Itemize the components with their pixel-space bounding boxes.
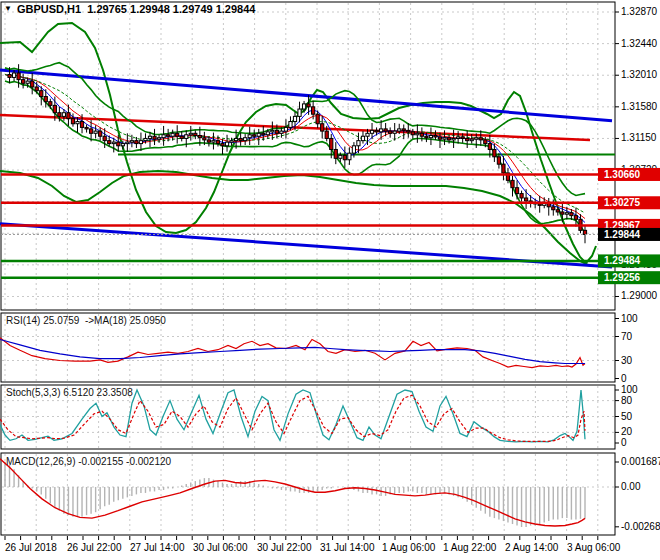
candle-body	[221, 144, 224, 146]
candle-body	[334, 149, 337, 158]
candle-body	[85, 127, 88, 129]
candle-body	[49, 102, 52, 106]
candle-body	[389, 131, 392, 133]
resistance-price-label: 1.30275	[604, 197, 641, 208]
candle-body	[357, 141, 360, 146]
candle-body	[194, 133, 197, 135]
main-panel[interactable]	[1, 2, 615, 310]
candle-body	[244, 138, 247, 141]
time-axis-label[interactable]: 26 Jul 2018	[5, 542, 57, 553]
candle-body	[479, 138, 482, 140]
candle-body	[379, 129, 382, 132]
candle-body	[497, 157, 500, 164]
candle-body	[139, 141, 142, 144]
candle-body	[570, 213, 573, 216]
candle-body	[94, 131, 97, 133]
time-axis-label[interactable]: 27 Jul 14:00	[130, 542, 185, 553]
candle-body	[176, 133, 179, 136]
macd-axis-label: -0.002688	[621, 521, 660, 532]
candle-body	[289, 122, 292, 128]
stoch-axis-label: 80	[621, 395, 633, 406]
candle-body	[198, 136, 201, 138]
candle-body	[26, 81, 29, 83]
candle-body	[352, 146, 355, 153]
candle-body	[239, 138, 242, 140]
candle-body	[275, 130, 278, 133]
support-price-label: 1.29484	[604, 255, 641, 266]
candle-body	[126, 142, 129, 144]
candle-body	[253, 135, 256, 137]
candle-body	[189, 133, 192, 135]
rsi-axis-label: 30	[621, 355, 633, 366]
chart-window: { "window": { "title": "GBPUSD,H1 1.2976…	[0, 0, 660, 560]
candle-body	[112, 142, 115, 144]
time-axis-label[interactable]: 30 Jul 06:00	[193, 542, 248, 553]
candle-body	[212, 141, 215, 143]
candle-body	[40, 91, 43, 97]
time-axis-label[interactable]: 1 Aug 06:00	[382, 542, 436, 553]
candle-body	[438, 137, 441, 139]
candle-body	[520, 194, 523, 198]
candle-body	[407, 130, 410, 132]
time-axis-label[interactable]: 3 Aug 06:00	[567, 542, 621, 553]
candle-body	[429, 136, 432, 138]
candle-body	[470, 139, 473, 141]
candle-body	[185, 135, 188, 139]
candle-body	[180, 136, 183, 138]
candle-body	[293, 116, 296, 121]
resistance-price-label: 1.30660	[604, 169, 641, 180]
candle-body	[411, 132, 414, 135]
candle-body	[393, 131, 396, 133]
candle-body	[148, 136, 151, 138]
candle-body	[31, 81, 34, 87]
candle-body	[117, 142, 120, 146]
candle-body	[538, 204, 541, 206]
symbol-dropdown-icon[interactable]: ▼	[4, 4, 12, 13]
candle-body	[12, 73, 15, 77]
candle-body	[375, 130, 378, 132]
candle-body	[484, 140, 487, 144]
candle-body	[515, 188, 518, 194]
time-axis-label[interactable]: 2 Aug 14:00	[505, 542, 559, 553]
price-axis-label: 1.29000	[621, 290, 658, 301]
chart-canvas[interactable]: 1.328701.324401.320101.315801.311501.307…	[0, 0, 660, 560]
candle-body	[207, 140, 210, 142]
price-axis-label: 1.32010	[621, 69, 658, 80]
price-axis-label: 1.32440	[621, 38, 658, 49]
candle-body	[284, 127, 287, 131]
candle-body	[162, 135, 165, 138]
candle-body	[312, 107, 315, 114]
candle-body	[330, 138, 333, 149]
candle-body	[103, 136, 106, 140]
candle-body	[452, 138, 455, 140]
time-axis-label[interactable]: 31 Jul 14:00	[320, 542, 375, 553]
price-axis-label: 1.32870	[621, 6, 658, 17]
stoch-pane-label: Stoch(5,3,3) 6.5120 23.3508	[6, 387, 133, 398]
candle-body	[402, 129, 405, 131]
candle-body	[574, 216, 577, 220]
candle-body	[8, 74, 11, 77]
candle-body	[466, 138, 469, 140]
candle-body	[434, 136, 437, 138]
candle-body	[62, 113, 65, 117]
rsi-axis-label: 0	[621, 373, 627, 384]
candle-body	[502, 164, 505, 173]
candle-body	[307, 104, 310, 107]
candle-body	[475, 138, 478, 140]
time-axis-label[interactable]: 1 Aug 22:00	[443, 542, 497, 553]
candle-body	[565, 213, 568, 215]
stoch-axis-label: 0	[621, 437, 627, 448]
macd-axis-label: 0.00	[621, 481, 641, 492]
macd-axis-label: 0.001687	[621, 456, 660, 467]
candle-body	[271, 130, 274, 132]
time-axis-label[interactable]: 30 Jul 22:00	[257, 542, 312, 553]
price-axis-label: 1.31580	[621, 101, 658, 112]
time-axis-label[interactable]: 26 Jul 22:00	[67, 542, 122, 553]
candle-body	[488, 144, 491, 150]
candle-body	[167, 135, 170, 137]
candle-body	[225, 142, 228, 146]
candle-body	[583, 230, 586, 234]
candle-body	[443, 138, 446, 140]
candle-body	[461, 137, 464, 139]
candle-body	[398, 129, 401, 131]
